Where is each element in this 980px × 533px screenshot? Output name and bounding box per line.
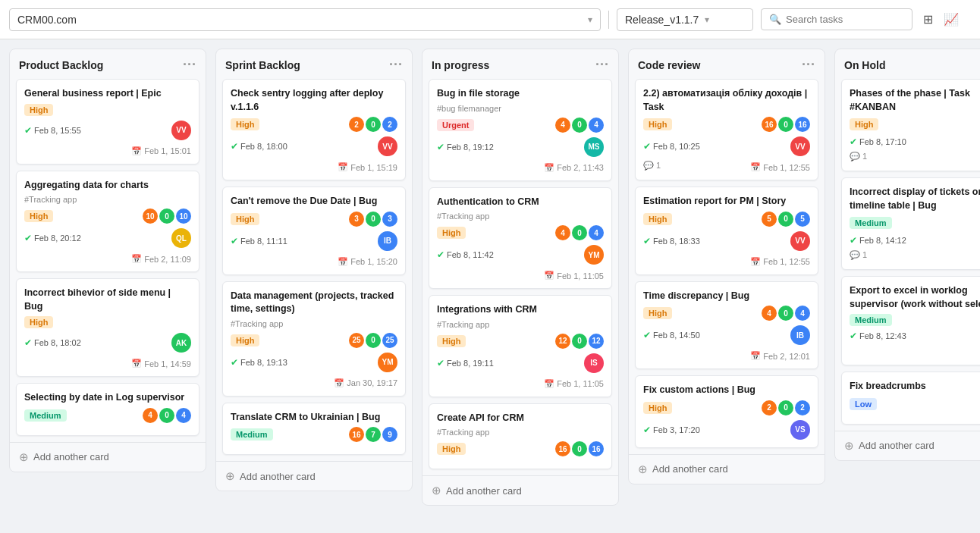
- project-selector[interactable]: CRM00.com ▾: [9, 8, 601, 31]
- grid-view-button[interactable]: ⊞: [920, 9, 936, 30]
- task-card[interactable]: Data management (projects, tracked time,…: [222, 281, 406, 397]
- num-circle: 9: [382, 427, 397, 442]
- check-icon: ✔: [850, 136, 857, 147]
- num-circle: 12: [555, 334, 570, 349]
- card-tags: Urgent404: [437, 118, 604, 133]
- check-date: ✔ Feb 8, 18:02: [24, 337, 81, 348]
- num-circle: 2: [762, 400, 777, 415]
- num-circle: 4: [795, 306, 810, 321]
- priority-badge: Medium: [850, 314, 892, 326]
- column-product-backlog: Product Backlog ···General business repo…: [9, 49, 206, 472]
- avatar: YM: [584, 245, 604, 265]
- card-footer: ✔ Feb 8, 18:00 VV: [231, 136, 397, 156]
- column-menu-icon[interactable]: ···: [183, 57, 196, 73]
- num-group: 12012: [555, 334, 604, 349]
- avatar: VV: [790, 231, 810, 251]
- task-card[interactable]: Authentication to CRM#Tracking appHigh40…: [429, 187, 612, 290]
- check-icon: ✔: [24, 337, 32, 348]
- num-circle: 0: [159, 408, 174, 423]
- column-code-review: Code review ···2.2) автоматизація обліку…: [628, 49, 825, 484]
- plus-icon: ⊕: [844, 439, 854, 453]
- card-tags: High404: [437, 225, 604, 240]
- task-card[interactable]: Aggregating data for charts#Tracking app…: [16, 171, 199, 273]
- task-card[interactable]: General business report | EpicHigh ✔ Feb…: [16, 79, 199, 165]
- check-date: ✔ Feb 8, 19:12: [437, 142, 494, 152]
- column-title: On Hold: [844, 59, 885, 71]
- card-footer: ✔ Feb 8, 10:25 VV: [643, 136, 810, 156]
- num-group: 303: [349, 212, 397, 227]
- priority-badge: Medium: [231, 428, 273, 441]
- num-circle: 0: [778, 117, 793, 132]
- add-card-button-on-hold[interactable]: ⊕ Add another card: [835, 431, 980, 460]
- card-title: General business report | Epic: [24, 87, 191, 101]
- plus-icon: ⊕: [638, 462, 648, 476]
- task-card[interactable]: Integrations with CRM#Tracking appHigh12…: [429, 295, 612, 397]
- card-title: Incorrect bihevior of side menu | Bug: [24, 287, 191, 313]
- add-card-button-product-backlog[interactable]: ⊕ Add another card: [10, 442, 206, 472]
- calendar-icon: 📅: [544, 379, 554, 389]
- card-tags: High16016: [643, 117, 810, 132]
- card-subtitle: #Tracking app: [437, 320, 604, 329]
- card-footer: ✔ Feb 8, 14:50 IB: [643, 325, 810, 345]
- check-date: ✔ Feb 8, 10:25: [643, 141, 700, 152]
- task-card[interactable]: Check sentry logging after deploy v.1.1.…: [222, 79, 406, 180]
- task-card[interactable]: Fix breadcrumbsLow3: [841, 372, 980, 425]
- release-selector[interactable]: Release_v1.1.7 ▾: [617, 8, 753, 31]
- column-menu-icon[interactable]: ···: [802, 57, 815, 73]
- card-subtitle: #bug filemanager: [437, 104, 604, 113]
- priority-badge: High: [643, 307, 672, 319]
- column-menu-icon[interactable]: ···: [389, 57, 403, 73]
- task-card[interactable]: Incorrect display of tickets on timeline…: [841, 177, 980, 270]
- avatar: IB: [790, 325, 810, 345]
- add-card-label: Add another card: [859, 440, 934, 451]
- card-title: Can't remove the Due Date | Bug: [231, 195, 397, 208]
- task-card[interactable]: Export to excel in worklog supervisor (w…: [841, 276, 980, 365]
- card-footer: ✔ Feb 8, 19:11 IS: [437, 353, 604, 373]
- num-group: 202: [762, 400, 810, 415]
- task-card[interactable]: Bug in file storage#bug filemanagerUrgen…: [429, 79, 612, 181]
- task-card[interactable]: Translate CRM to Ukrainian | BugMedium16…: [222, 403, 406, 456]
- task-card[interactable]: Can't remove the Due Date | BugHigh303 ✔…: [222, 187, 406, 275]
- priority-badge: High: [850, 118, 878, 130]
- topbar: CRM00.com ▾ Release_v1.1.7 ▾ 🔍 ⊞ 📈: [0, 0, 980, 39]
- search-input[interactable]: [786, 14, 900, 25]
- card-tags: High12012: [437, 334, 604, 349]
- comment-count: 💬 1: [643, 161, 661, 171]
- calendar-date: 📅 Feb 1, 12:55: [750, 162, 810, 172]
- calendar-date: 📅 Feb 1, 12:55: [750, 257, 810, 267]
- task-card[interactable]: Create API for CRM#Tracking appHigh16016: [429, 403, 612, 470]
- check-date: ✔ Feb 8, 14:12: [850, 235, 906, 246]
- num-circle: 2: [795, 400, 810, 415]
- num-group: 404: [143, 408, 191, 423]
- column-menu-icon[interactable]: ···: [595, 57, 609, 73]
- card-tags: Medium: [850, 314, 980, 326]
- card-tag-badge: Urgent: [437, 119, 474, 131]
- card-tags: Medium404: [24, 408, 191, 423]
- avatar: AK: [171, 333, 191, 353]
- add-card-button-sprint-backlog[interactable]: ⊕ Add another card: [216, 461, 412, 491]
- task-card[interactable]: Selecting by date in Log supervisorMediu…: [16, 383, 199, 436]
- num-group: 1679: [349, 427, 397, 442]
- task-card[interactable]: Incorrect bihevior of side menu | BugHig…: [16, 278, 199, 377]
- check-icon: ✔: [643, 236, 651, 246]
- card-subtitle: #Tracking app: [231, 319, 397, 328]
- column-sprint-backlog: Sprint Backlog ···Check sentry logging a…: [215, 49, 413, 491]
- num-circle: 0: [572, 334, 587, 349]
- chart-view-button[interactable]: 📈: [941, 9, 962, 30]
- num-circle: 5: [762, 212, 777, 227]
- task-card[interactable]: Time discrepancy | BugHigh404 ✔ Feb 8, 1…: [635, 281, 818, 370]
- card-subtitle: #Tracking app: [437, 212, 604, 221]
- add-card-button-in-progress[interactable]: ⊕ Add another card: [422, 475, 618, 505]
- task-card[interactable]: 2.2) автоматизація обліку доходів | Task…: [635, 79, 818, 180]
- column-cards-code-review: 2.2) автоматизація обліку доходів | Task…: [629, 79, 825, 454]
- column-cards-in-progress: Bug in file storage#bug filemanagerUrgen…: [422, 79, 618, 475]
- check-date: ✔ Feb 8, 12:43: [850, 331, 906, 341]
- task-card[interactable]: Phases of the phase | Task #KANBANHigh5 …: [841, 79, 980, 171]
- task-card[interactable]: Fix custom actions | BugHigh202 ✔ Feb 3,…: [635, 375, 818, 448]
- card-tags: High202: [231, 117, 397, 132]
- priority-badge: High: [231, 334, 259, 346]
- add-card-button-code-review[interactable]: ⊕ Add another card: [629, 454, 825, 484]
- num-circle: 7: [366, 427, 381, 442]
- task-card[interactable]: Estimation report for PM | StoryHigh505 …: [635, 187, 818, 275]
- card-footer: ✔ Feb 8, 19:13 YM: [231, 353, 397, 372]
